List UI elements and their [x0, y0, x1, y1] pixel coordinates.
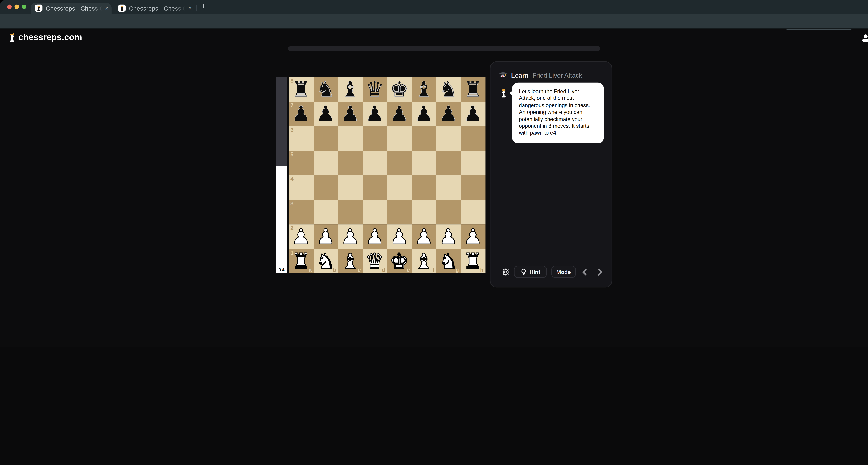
square-h8[interactable]: ♜: [461, 77, 485, 101]
square-b7[interactable]: ♟: [313, 101, 338, 126]
white-pawn[interactable]: ♟: [414, 224, 433, 249]
black-queen[interactable]: ♛: [365, 77, 384, 101]
square-e3[interactable]: [387, 200, 411, 224]
white-queen[interactable]: ♛: [365, 249, 384, 274]
previous-move-icon[interactable]: [581, 268, 589, 276]
square-d3[interactable]: [363, 200, 387, 224]
square-e5[interactable]: [387, 151, 411, 175]
square-d6[interactable]: [363, 126, 387, 151]
black-pawn[interactable]: ♟: [414, 101, 433, 126]
square-e4[interactable]: [387, 175, 411, 200]
white-pawn[interactable]: ♟: [390, 224, 409, 249]
square-f7[interactable]: ♟: [412, 101, 436, 126]
square-g1[interactable]: g♞: [436, 249, 461, 274]
white-knight[interactable]: ♞: [316, 249, 335, 274]
square-c8[interactable]: ♝: [338, 77, 362, 101]
square-f2[interactable]: ♟: [412, 224, 436, 249]
settings-gear-icon[interactable]: [502, 268, 510, 276]
hint-button[interactable]: Hint: [514, 266, 547, 278]
square-a2[interactable]: 2♟: [289, 224, 313, 249]
black-pawn[interactable]: ♟: [291, 101, 311, 126]
black-rook[interactable]: ♜: [463, 77, 483, 101]
square-h3[interactable]: [461, 200, 485, 224]
square-e6[interactable]: [387, 126, 411, 151]
square-f3[interactable]: [412, 200, 436, 224]
square-b1[interactable]: b♞: [313, 249, 338, 274]
square-c7[interactable]: ♟: [338, 101, 362, 126]
square-d8[interactable]: ♛: [363, 77, 387, 101]
square-g3[interactable]: [436, 200, 461, 224]
black-pawn[interactable]: ♟: [439, 101, 458, 126]
square-g6[interactable]: [436, 126, 461, 151]
white-pawn[interactable]: ♟: [365, 224, 384, 249]
account-icon[interactable]: [861, 33, 868, 43]
black-pawn[interactable]: ♟: [365, 101, 384, 126]
square-d4[interactable]: [363, 175, 387, 200]
square-a3[interactable]: 3: [289, 200, 313, 224]
tab-chessreps-2[interactable]: Chessreps - Chess Opening Tr ✕: [114, 2, 194, 14]
square-h7[interactable]: ♟: [461, 101, 485, 126]
square-c2[interactable]: ♟: [338, 224, 362, 249]
black-bishop[interactable]: ♝: [341, 77, 360, 101]
square-g4[interactable]: [436, 175, 461, 200]
black-king[interactable]: ♚: [390, 77, 409, 101]
tab-close-icon[interactable]: ✕: [188, 6, 192, 10]
square-a8[interactable]: 8♜: [289, 77, 313, 101]
square-e8[interactable]: ♚: [387, 77, 411, 101]
square-f5[interactable]: [412, 151, 436, 175]
square-f1[interactable]: f♝: [412, 249, 436, 274]
white-king[interactable]: ♚: [390, 249, 409, 274]
white-pawn[interactable]: ♟: [463, 224, 483, 249]
square-d5[interactable]: [363, 151, 387, 175]
square-g8[interactable]: ♞: [436, 77, 461, 101]
square-b2[interactable]: ♟: [313, 224, 338, 249]
square-f8[interactable]: ♝: [412, 77, 436, 101]
square-c6[interactable]: [338, 126, 362, 151]
white-pawn[interactable]: ♟: [341, 224, 360, 249]
square-e2[interactable]: ♟: [387, 224, 411, 249]
square-f4[interactable]: [412, 175, 436, 200]
square-g7[interactable]: ♟: [436, 101, 461, 126]
square-a7[interactable]: 7♟: [289, 101, 313, 126]
white-pawn[interactable]: ♟: [316, 224, 335, 249]
next-move-icon[interactable]: [596, 268, 604, 276]
square-a4[interactable]: 4: [289, 175, 313, 200]
mode-button[interactable]: Mode: [551, 266, 576, 278]
white-rook[interactable]: ♜: [291, 249, 311, 274]
white-bishop[interactable]: ♝: [341, 249, 360, 274]
square-a6[interactable]: 6: [289, 126, 313, 151]
square-h5[interactable]: [461, 151, 485, 175]
square-h2[interactable]: ♟: [461, 224, 485, 249]
traffic-light-zoom[interactable]: [22, 4, 26, 9]
chess-board[interactable]: 8♜♞♝♛♚♝♞♜7♟♟♟♟♟♟♟♟65432♟♟♟♟♟♟♟♟1a♜b♞c♝d♛…: [289, 77, 485, 274]
tab-chessreps-1[interactable]: Chessreps - Chess Opening Tr ✕: [31, 2, 112, 14]
square-d7[interactable]: ♟: [363, 101, 387, 126]
white-pawn[interactable]: ♟: [291, 224, 311, 249]
black-knight[interactable]: ♞: [439, 77, 458, 101]
white-pawn[interactable]: ♟: [439, 224, 458, 249]
traffic-light-minimize[interactable]: [14, 4, 19, 9]
square-f6[interactable]: [412, 126, 436, 151]
square-g2[interactable]: ♟: [436, 224, 461, 249]
square-c4[interactable]: [338, 175, 362, 200]
white-bishop[interactable]: ♝: [414, 249, 433, 274]
square-c5[interactable]: [338, 151, 362, 175]
black-pawn[interactable]: ♟: [341, 101, 360, 126]
square-e7[interactable]: ♟: [387, 101, 411, 126]
square-d1[interactable]: d♛: [363, 249, 387, 274]
new-tab-button[interactable]: +: [199, 1, 208, 10]
site-logo[interactable]: chessreps.com: [8, 32, 82, 43]
square-h6[interactable]: [461, 126, 485, 151]
square-b6[interactable]: [313, 126, 338, 151]
square-a5[interactable]: 5: [289, 151, 313, 175]
tab-close-icon[interactable]: ✕: [105, 6, 109, 10]
square-b5[interactable]: [313, 151, 338, 175]
white-rook[interactable]: ♜: [463, 249, 483, 274]
square-d2[interactable]: ♟: [363, 224, 387, 249]
black-pawn[interactable]: ♟: [463, 101, 483, 126]
square-h4[interactable]: [461, 175, 485, 200]
black-pawn[interactable]: ♟: [316, 101, 335, 126]
square-c3[interactable]: [338, 200, 362, 224]
square-h1[interactable]: h♜: [461, 249, 485, 274]
black-rook[interactable]: ♜: [291, 77, 311, 101]
